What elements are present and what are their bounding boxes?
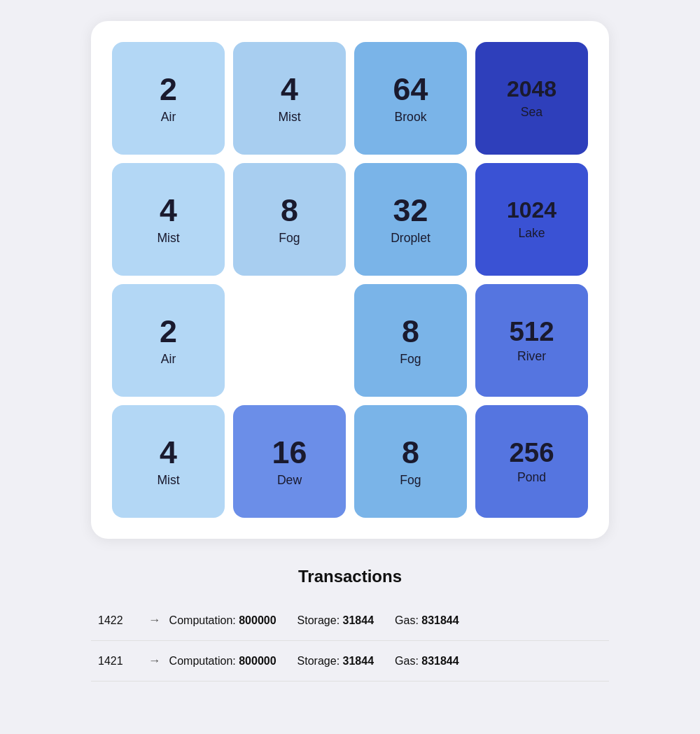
tile-6[interactable]: 8Fog (233, 163, 346, 276)
tile-label: Air (161, 110, 176, 125)
tile-number: 512 (509, 317, 554, 346)
tile-label: Droplet (391, 231, 430, 246)
tile-number: 4 (160, 435, 177, 470)
tile-number: 8 (402, 435, 419, 470)
tile-label: Sea (521, 105, 542, 120)
storage-detail: Storage: 31844 (298, 655, 374, 668)
tile-2[interactable]: 4Mist (233, 42, 346, 155)
tile-number: 8 (281, 193, 298, 227)
transaction-id: 1422 (98, 614, 140, 627)
tile-number: 2 (160, 314, 177, 348)
tile-number: 64 (393, 72, 428, 106)
transaction-row-1[interactable]: 1422 → Computation: 800000 Storage: 3184… (91, 600, 609, 641)
tile-14[interactable]: 16Dew (233, 405, 346, 518)
tile-13[interactable]: 4Mist (112, 405, 225, 518)
tile-8[interactable]: 1024Lake (475, 163, 588, 276)
tile-4[interactable]: 2048Sea (475, 42, 588, 155)
tile-number: 256 (509, 438, 554, 467)
transaction-row-2[interactable]: 1421 → Computation: 800000 Storage: 3184… (91, 641, 609, 682)
tile-label: Fog (279, 231, 300, 246)
tile-1[interactable]: 2Air (112, 42, 225, 155)
tile-number: 4 (160, 193, 177, 227)
tile-16[interactable]: 256Pond (475, 405, 588, 518)
gas-detail: Gas: 831844 (395, 614, 459, 627)
tile-15[interactable]: 8Fog (354, 405, 467, 518)
tile-grid: 2Air4Mist64Brook2048Sea4Mist8Fog32Drople… (112, 42, 588, 518)
tile-number: 32 (393, 193, 428, 227)
game-board: 2Air4Mist64Brook2048Sea4Mist8Fog32Drople… (91, 21, 609, 539)
tile-5[interactable]: 4Mist (112, 163, 225, 276)
tile-number: 8 (402, 314, 419, 348)
tile-number: 1024 (507, 198, 556, 223)
computation-detail: Computation: 800000 (169, 614, 276, 627)
tile-label: Fog (400, 473, 421, 488)
tile-label: Mist (157, 473, 179, 488)
tile-number: 16 (272, 435, 307, 470)
transaction-details: Computation: 800000 Storage: 31844 Gas: … (169, 655, 602, 668)
tile-10[interactable] (233, 284, 346, 397)
tile-11[interactable]: 8Fog (354, 284, 467, 397)
tile-label: Brook (395, 110, 427, 125)
transaction-details: Computation: 800000 Storage: 31844 Gas: … (169, 614, 602, 627)
tile-7[interactable]: 32Droplet (354, 163, 467, 276)
gas-detail: Gas: 831844 (395, 655, 459, 668)
transaction-arrow: → (148, 613, 161, 628)
storage-detail: Storage: 31844 (298, 614, 374, 627)
tile-label: Pond (517, 470, 546, 485)
computation-detail: Computation: 800000 (169, 655, 276, 668)
tile-number: 2 (160, 72, 177, 106)
transactions-section: Transactions 1422 → Computation: 800000 … (91, 567, 609, 682)
tile-3[interactable]: 64Brook (354, 42, 467, 155)
transaction-id: 1421 (98, 655, 140, 668)
tile-label: River (517, 349, 546, 364)
tile-number: 2048 (507, 77, 556, 101)
tile-label: Dew (277, 473, 302, 488)
transactions-title: Transactions (91, 567, 609, 586)
tile-label: Fog (400, 352, 421, 367)
transaction-arrow: → (148, 654, 161, 668)
tile-12[interactable]: 512River (475, 284, 588, 397)
tile-9[interactable]: 2Air (112, 284, 225, 397)
tile-number: 4 (281, 72, 298, 106)
tile-label: Mist (278, 110, 300, 125)
tile-label: Mist (157, 231, 179, 246)
transactions-list: 1422 → Computation: 800000 Storage: 3184… (91, 600, 609, 682)
tile-label: Air (161, 352, 176, 367)
tile-label: Lake (518, 226, 545, 241)
